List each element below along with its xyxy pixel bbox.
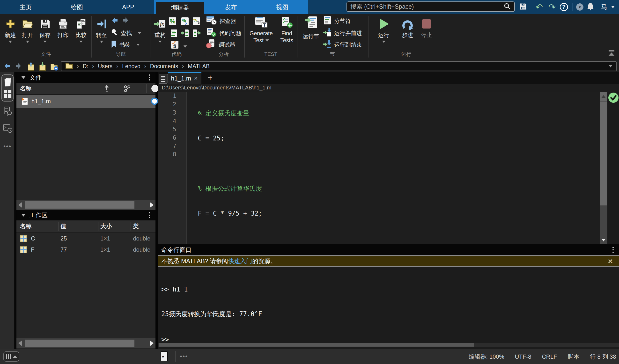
folder-up-button[interactable] bbox=[27, 62, 35, 72]
scroll-thumb[interactable] bbox=[600, 101, 607, 205]
status-column-icon[interactable] bbox=[151, 85, 159, 92]
workspace-column-header[interactable]: 名称 值 大小 类 bbox=[16, 220, 155, 233]
notifications-button[interactable] bbox=[586, 0, 595, 14]
scroll-down-icon[interactable] bbox=[600, 236, 607, 244]
user-menu[interactable]: 马 bbox=[599, 0, 609, 14]
files-hscrollbar[interactable] bbox=[16, 200, 155, 210]
breadcrumb-matlab[interactable]: MATLAB bbox=[188, 63, 210, 70]
path-field[interactable]: › D: › Users › Lenovo › Documents › MATL… bbox=[61, 61, 617, 71]
bookmark-button[interactable]: 书签 bbox=[111, 40, 140, 49]
workspace-hscrollbar[interactable] bbox=[16, 338, 155, 348]
debugger-button[interactable]: 调试器 bbox=[206, 40, 235, 49]
global-search-input[interactable]: 搜索 (Ctrl+Shift+Space) bbox=[347, 1, 515, 12]
file-name[interactable]: h1_1.m bbox=[31, 95, 51, 108]
command-window-header[interactable]: 命令行窗口 bbox=[158, 244, 619, 255]
nav-back-button[interactable] bbox=[4, 63, 11, 70]
find-tests-button[interactable]: Find Tests bbox=[277, 16, 296, 44]
refactor-button[interactable]: fx 重构 bbox=[151, 17, 169, 43]
file-row-selected[interactable]: h1_1.m bbox=[16, 95, 155, 108]
files-panel-toggle[interactable] bbox=[3, 77, 12, 88]
breadcrumb-users[interactable]: Users bbox=[98, 63, 113, 70]
goto-button[interactable]: 转至 bbox=[92, 17, 111, 43]
encoding-indicator[interactable]: UTF-8 bbox=[515, 353, 531, 360]
line-ending-indicator[interactable]: CRLF bbox=[542, 353, 557, 360]
breadcrumb-drive[interactable]: D: bbox=[83, 63, 88, 70]
folder-import-button[interactable] bbox=[38, 62, 47, 72]
tab-home[interactable]: 主页 bbox=[0, 0, 51, 14]
command-window-menu[interactable] bbox=[612, 247, 614, 253]
generate-test-button[interactable]: T Generate Test bbox=[249, 16, 273, 44]
run-section-button[interactable]: 运行节 bbox=[300, 16, 322, 40]
stop-button[interactable]: 停止 bbox=[417, 17, 436, 38]
files-panel-header[interactable]: 文件 bbox=[16, 72, 155, 83]
column-class[interactable]: 类 bbox=[133, 220, 139, 232]
workspace-row-C[interactable]: C 25 1×1 double bbox=[16, 233, 155, 244]
column-name[interactable]: 名称 bbox=[20, 220, 31, 232]
print-button[interactable]: 打印 bbox=[54, 17, 72, 38]
code-area[interactable]: 1 2 3 4 5 6 7 8 % 定义摄氏度变量 C = 25; % 根据公式… bbox=[158, 92, 619, 244]
file-type-indicator[interactable]: 脚本 bbox=[568, 353, 579, 361]
comment-button[interactable]: % bbox=[168, 17, 177, 26]
code-issues-button[interactable]: 代码问题 bbox=[206, 28, 241, 38]
collapse-icon[interactable] bbox=[21, 214, 26, 217]
redo-button[interactable]: ↷ bbox=[547, 0, 557, 14]
collapse-ribbon-button[interactable] bbox=[608, 50, 615, 56]
file-search-tool[interactable] bbox=[3, 106, 13, 117]
editor-vscrollbar[interactable] bbox=[600, 92, 607, 244]
panel-layout-button[interactable] bbox=[3, 351, 19, 362]
workspace-row-F[interactable]: F 77 1×1 double bbox=[16, 244, 155, 255]
scroll-right-icon[interactable] bbox=[150, 202, 154, 208]
open-button[interactable]: 打开 bbox=[18, 17, 37, 43]
scroll-up-icon[interactable] bbox=[600, 92, 607, 101]
run-advance-button[interactable]: 运行并前进 bbox=[323, 28, 362, 38]
undo-button[interactable]: ↶ bbox=[534, 0, 544, 14]
command-history-tool[interactable] bbox=[3, 123, 13, 134]
indent-right-button[interactable] bbox=[181, 29, 189, 38]
user-menu-dropdown[interactable] bbox=[609, 0, 617, 14]
wrap-comments-button[interactable]: % bbox=[192, 17, 201, 26]
run-to-end-button[interactable]: 运行到结束 bbox=[323, 40, 362, 49]
statusbar-more-button[interactable]: ••• bbox=[180, 353, 188, 360]
tab-view[interactable]: 视图 bbox=[256, 0, 308, 14]
workspace-panel-menu[interactable] bbox=[149, 212, 150, 218]
step-button[interactable]: 步进 bbox=[398, 17, 417, 38]
code-analyzer-ok-icon[interactable] bbox=[608, 92, 619, 104]
scroll-right-icon[interactable] bbox=[150, 341, 154, 346]
document-list-button[interactable] bbox=[159, 74, 168, 84]
command-prompt[interactable]: >> bbox=[161, 336, 262, 344]
smart-indent-button[interactable] bbox=[169, 29, 178, 38]
column-value[interactable]: 值 bbox=[60, 220, 66, 232]
run-button[interactable]: 运行 bbox=[375, 17, 393, 43]
indent-left-button[interactable] bbox=[192, 29, 201, 38]
scroll-left-icon[interactable] bbox=[18, 202, 22, 208]
sidebar-more-button[interactable]: ••• bbox=[3, 143, 11, 150]
sort-asc-icon[interactable] bbox=[104, 84, 109, 93]
path-dropdown-icon[interactable] bbox=[609, 65, 612, 68]
quick-start-link[interactable]: 快速入门 bbox=[228, 257, 252, 265]
editor-zoom-level[interactable]: 编辑器: 100% bbox=[469, 353, 504, 361]
profiler-button[interactable]: 探查器 bbox=[206, 16, 236, 26]
close-icon[interactable]: × bbox=[194, 75, 197, 82]
folder-cloud-button[interactable] bbox=[50, 62, 58, 72]
compare-button[interactable]: 比较 bbox=[72, 17, 90, 43]
column-name[interactable]: 名称 bbox=[20, 83, 31, 94]
back-icon[interactable] bbox=[112, 17, 119, 25]
workspace-panel-header[interactable]: 工作区 bbox=[16, 210, 155, 220]
breadcrumb-documents[interactable]: Documents bbox=[150, 63, 178, 70]
close-icon[interactable]: × bbox=[608, 256, 613, 266]
editor-tab-h1_1[interactable]: h1_1.m × bbox=[168, 72, 201, 84]
quick-save-button[interactable] bbox=[519, 0, 528, 14]
breadcrumb-lenovo[interactable]: Lenovo bbox=[122, 63, 140, 70]
tab-editor-active[interactable]: 编辑器 bbox=[156, 2, 204, 14]
nav-forward-button[interactable] bbox=[14, 63, 21, 70]
files-column-header[interactable]: 名称 bbox=[16, 83, 155, 95]
help-button[interactable]: ? bbox=[559, 0, 569, 14]
fi-dropdown[interactable] bbox=[181, 42, 190, 51]
files-panel-menu[interactable] bbox=[149, 74, 150, 81]
git-branch-icon[interactable] bbox=[123, 85, 131, 94]
tab-apps[interactable]: APP bbox=[102, 0, 154, 14]
scroll-left-icon[interactable] bbox=[18, 341, 22, 346]
new-tab-button[interactable]: + bbox=[205, 72, 215, 84]
find-button[interactable]: 查找 bbox=[111, 28, 141, 38]
scroll-thumb[interactable] bbox=[25, 201, 134, 209]
